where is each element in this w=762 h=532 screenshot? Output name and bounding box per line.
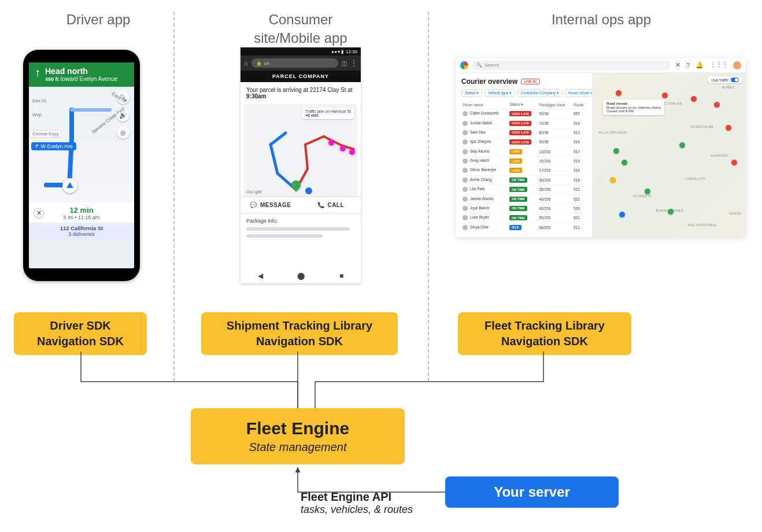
table-row[interactable]: José BalvinON TIME42/150520 — [461, 204, 587, 213]
courier-pin-icon[interactable] — [714, 102, 720, 108]
ops-search-input[interactable]: 🔍Search — [472, 61, 671, 70]
filter-chip[interactable]: Vehicle type ▾ — [484, 89, 515, 97]
avatar-icon — [463, 178, 468, 183]
eta-time: 12 min — [50, 206, 113, 215]
up-arrow-icon: ↑ — [35, 66, 40, 82]
status-time: 12:30 — [346, 49, 357, 54]
courier-pin-icon[interactable] — [668, 209, 674, 215]
table-row[interactable]: Skip AllumsLATE13/150517 — [461, 147, 587, 156]
driver-sdk-box: Driver SDKNavigation SDK — [14, 312, 147, 355]
courier-pin-icon[interactable] — [645, 189, 650, 194]
avatar-icon — [463, 111, 468, 116]
courier-pin-icon[interactable] — [679, 142, 685, 148]
vehicle-cursor-icon — [62, 178, 77, 193]
driver-map[interactable]: 🔍 🔊 ◎ Elm Ct Wvp Central Expy Stevens Cr… — [29, 87, 134, 202]
status-badge: VERY LATE — [509, 130, 531, 135]
toggle-icon — [731, 77, 739, 82]
avatar[interactable] — [733, 61, 741, 69]
your-server-box: Your server — [445, 476, 619, 508]
delivery-banner[interactable]: 112 California St 3 deliveries — [29, 223, 134, 239]
consumer-sdk-box: Shipment Tracking LibraryNavigation SDK — [201, 312, 398, 355]
table-row[interactable]: Divya DharIDLE68/150511 — [461, 223, 587, 232]
area-label: FLORESTA — [633, 194, 652, 198]
nav-subtext: 450 fttoward Evelyn Avenue — [45, 76, 117, 82]
url-input[interactable]: 🔒 url — [251, 58, 338, 68]
message-button[interactable]: 💬MESSAGE — [241, 197, 301, 213]
incident-dot-icon — [328, 140, 334, 146]
ops-map[interactable]: Live traffic Road closed Road closure on… — [592, 73, 746, 237]
compass-icon[interactable]: ◎ — [117, 126, 130, 139]
browser-urlbar: ⌂ 🔒 url ◫ ⋮ — [241, 56, 361, 71]
svg-point-0 — [305, 187, 312, 194]
close-icon[interactable]: ✕ — [675, 61, 680, 69]
courier-pin-icon[interactable] — [622, 160, 627, 165]
google-logo: Google — [246, 189, 261, 194]
area-label: ALMAGRO — [711, 154, 728, 157]
lock-icon: 🔒 — [256, 61, 262, 66]
incident-dot-icon — [349, 149, 355, 155]
nav-direction: Head north — [45, 66, 117, 76]
area-label: VILLA ORTUZAR — [598, 131, 627, 134]
avatar-icon — [463, 139, 468, 145]
eta-sub: 5 mi • 11:16 am — [50, 215, 113, 220]
back-icon[interactable]: ◀ — [258, 272, 263, 280]
courier-pin-icon[interactable] — [613, 148, 619, 154]
table-header[interactable]: Status ▾ — [508, 101, 538, 109]
table-header[interactable]: Route — [572, 101, 587, 109]
table-header[interactable]: Packages done — [538, 101, 572, 109]
table-row[interactable]: Luke BryanON TIME55/150521 — [461, 213, 587, 223]
table-row[interactable]: Greg HatchLATE15/150515 — [461, 156, 587, 165]
home-icon[interactable]: ⌂ — [244, 60, 248, 66]
apps-icon[interactable]: ⋮⋮⋮ — [709, 61, 728, 69]
package-info-section: Package info: — [241, 213, 361, 238]
fleet-engine-box: Fleet Engine State management — [191, 408, 405, 464]
road-label: Wvp — [32, 112, 42, 117]
tabs-icon[interactable]: ◫ — [342, 60, 347, 66]
close-icon[interactable]: ✕ — [34, 208, 44, 219]
status-badge: VERY LATE — [509, 121, 531, 126]
table-header[interactable]: Driver name — [461, 101, 508, 109]
fleet-engine-api-label: Fleet Engine API tasks, vehicles, & rout… — [301, 490, 413, 516]
search-icon: 🔍 — [476, 62, 482, 68]
call-button[interactable]: 📞CALL — [301, 197, 361, 213]
courier-pin-icon[interactable] — [662, 93, 668, 98]
courier-pin-icon[interactable] — [619, 212, 625, 217]
driver-phone-frame: ↑ Head north 450 fttoward Evelyn Avenue … — [23, 50, 140, 281]
status-badge: IDLE — [509, 225, 521, 230]
avatar-icon — [463, 149, 468, 154]
filter-chip[interactable]: Status ▾ — [461, 89, 482, 97]
status-badge: VERY LATE — [509, 139, 531, 145]
avatar-icon — [463, 215, 468, 220]
table-row[interactable]: Jamila WoodsON TIME40/150522 — [461, 194, 587, 204]
table-row[interactable]: Lila ParkON TIME35/150512 — [461, 185, 587, 194]
table-row[interactable]: Igor ZhegoloVERY LATE9/150514 — [461, 138, 587, 147]
area-label: CABALLITO — [685, 177, 705, 180]
table-row[interactable]: Sam DasVERY LATE8/150513 — [461, 128, 587, 137]
live-traffic-toggle[interactable]: Live traffic — [708, 76, 742, 83]
avatar-icon — [463, 187, 468, 192]
status-badge: LATE — [509, 168, 522, 173]
table-row[interactable]: Annie ChangON TIME30/150518 — [461, 175, 587, 184]
courier-pin-icon[interactable] — [731, 160, 737, 165]
recent-icon[interactable]: ■ — [339, 272, 343, 280]
courier-pin-icon[interactable] — [726, 125, 731, 131]
table-row[interactable]: Claire DuckworthVERY LATE5/150523 — [461, 109, 587, 119]
table-row[interactable]: Jordan BakstVERY LATE7/150519 — [461, 119, 587, 128]
home-icon[interactable]: ⬤ — [297, 272, 305, 280]
table-row[interactable]: Dhruv BanerjeeLATE17/150516 — [461, 166, 587, 175]
courier-pin-icon[interactable] — [610, 177, 616, 183]
help-icon[interactable]: ? — [686, 62, 690, 69]
courier-pin-icon[interactable] — [691, 96, 697, 102]
parcel-status-text: Your parcel is arriving at 22174 Clay St… — [241, 82, 361, 104]
avatar-icon — [463, 225, 468, 230]
menu-icon[interactable]: ⋮ — [350, 59, 357, 67]
ops-dashboard-frame: 🔍Search ✕ ? 🔔 ⋮⋮⋮ Courier overview LIVE … — [456, 58, 746, 237]
incident-dot-icon — [340, 146, 346, 152]
driver-phone-screen: ↑ Head north 450 fttoward Evelyn Avenue … — [29, 62, 134, 268]
consumer-map[interactable]: Traffic jam on Harrison St +6 min Google — [244, 104, 357, 197]
filter-chip[interactable]: Contractor Company ▾ — [517, 89, 563, 97]
avatar-icon — [463, 158, 468, 164]
ops-title: Courier overview — [461, 77, 517, 86]
courier-pin-icon[interactable] — [616, 90, 622, 96]
bell-icon[interactable]: 🔔 — [696, 61, 704, 69]
